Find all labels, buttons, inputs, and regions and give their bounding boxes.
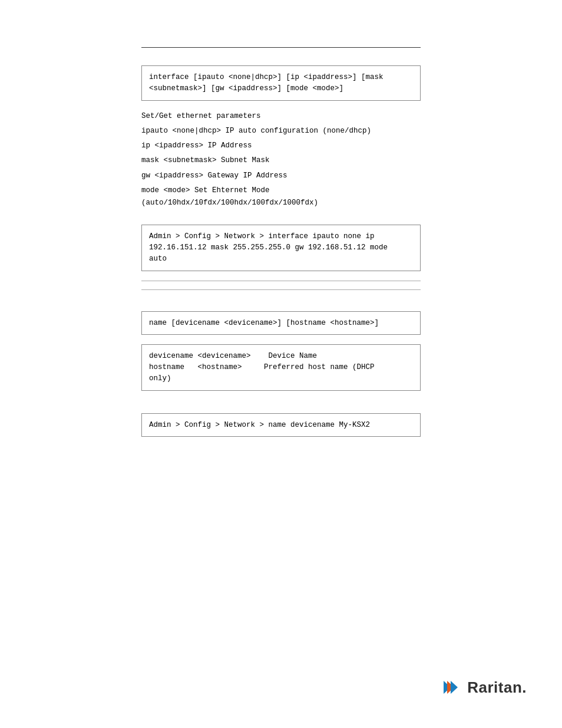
plain-description-line2: ipauto <none|dhcp> IP auto configuration… xyxy=(141,125,421,137)
plain-description-line5: gw <ipaddress> Gateway IP Address xyxy=(141,170,421,182)
interface-syntax-box: interface [ipauto <none|dhcp>] [ip <ipad… xyxy=(141,65,421,101)
plain-description-line3: ip <ipaddress> IP Address xyxy=(141,140,421,152)
name-syntax-box: name [devicename <devicename>] [hostname… xyxy=(141,311,421,335)
svg-marker-2 xyxy=(451,681,458,694)
page-container: interface [ipauto <none|dhcp>] [ip <ipad… xyxy=(0,0,562,728)
plain-description-line6: mode <mode> Set Ehternet Mode (auto/10hd… xyxy=(141,185,421,210)
raritan-icon xyxy=(440,676,462,699)
top-divider xyxy=(141,47,421,48)
divider-1 xyxy=(141,281,421,281)
logo-area: Raritan. xyxy=(440,676,527,699)
plain-description-line1: Set/Get ethernet parameters xyxy=(141,110,421,123)
raritan-text-label: Raritan. xyxy=(467,678,527,697)
interface-example-box: Admin > Config > Network > interface ipa… xyxy=(141,225,421,271)
plain-description-line4: mask <subnetmask> Subnet Mask xyxy=(141,154,421,167)
name-description-box: devicename <devicename> Device Name host… xyxy=(141,344,421,390)
name-example-box: Admin > Config > Network > name devicena… xyxy=(141,413,421,437)
divider-2 xyxy=(141,289,421,290)
